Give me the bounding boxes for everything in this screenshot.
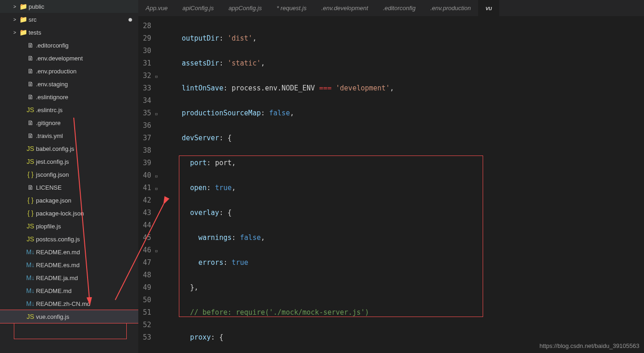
tree-item-label: LICENSE bbox=[35, 184, 62, 191]
tree-item--editorconfig[interactable]: 🗎.editorconfig bbox=[0, 39, 138, 52]
tree-item-README-zh-CN-md[interactable]: M↓README.zh-CN.md bbox=[0, 297, 138, 310]
tree-item-label: README.ja.md bbox=[35, 275, 78, 281]
markdown-icon: M↓ bbox=[26, 274, 35, 281]
file-icon: 🗎 bbox=[26, 42, 35, 49]
tree-item--gitignore[interactable]: 🗎.gitignore bbox=[0, 116, 138, 129]
code-token: port bbox=[190, 159, 207, 167]
tree-item-label: .gitignore bbox=[35, 120, 60, 126]
json-icon: { } bbox=[26, 197, 35, 204]
code-token: === bbox=[319, 84, 331, 92]
tree-item-label: .travis.yml bbox=[35, 132, 63, 139]
editor-pane: App.vueapiConfig.jsappConfig.js* request… bbox=[138, 0, 644, 353]
file-icon: 🗎 bbox=[26, 119, 35, 126]
code-token: proxy bbox=[190, 333, 211, 341]
tree-item-vue-config-js[interactable]: JSvue.config.js bbox=[0, 310, 138, 323]
tree-item-plopfile-js[interactable]: JSplopfile.js bbox=[0, 220, 138, 233]
code-token: true bbox=[215, 184, 231, 192]
code-token: warnings bbox=[198, 233, 231, 242]
code-token: overlay bbox=[190, 209, 219, 217]
markdown-icon: M↓ bbox=[26, 248, 35, 256]
tree-item--travis-yml[interactable]: 🗎.travis.yml bbox=[0, 129, 138, 142]
tree-item-label: plopfile.js bbox=[35, 223, 61, 230]
tree-item-label: tests bbox=[28, 29, 41, 36]
tree-item-label: .editorconfig bbox=[35, 42, 69, 49]
tree-item-label: .eslintrc.js bbox=[35, 107, 63, 114]
folder-icon: 📁 bbox=[18, 16, 28, 23]
code-token: 'dist' bbox=[227, 34, 252, 42]
js-icon: JS bbox=[26, 145, 35, 152]
line-number: 49 bbox=[138, 281, 158, 294]
fold-icon[interactable]: ⊟ bbox=[153, 245, 158, 257]
code-token: outputDir bbox=[182, 34, 219, 42]
code-area[interactable]: 2829303132⊟333435⊟3637383940⊟41⊟42434445… bbox=[138, 16, 644, 353]
tree-item-label: .eslintignore bbox=[35, 94, 68, 101]
js-icon: JS bbox=[26, 106, 35, 114]
code-content[interactable]: outputDir: 'dist', assetsDir: 'static', … bbox=[165, 16, 644, 353]
line-number: 52 bbox=[138, 319, 158, 331]
tree-item-LICENSE[interactable]: 🗎LICENSE bbox=[0, 181, 138, 194]
tree-item-package-lock-json[interactable]: { }package-lock.json bbox=[0, 207, 138, 220]
line-number: 33 bbox=[138, 82, 158, 95]
line-number: 31 bbox=[138, 57, 158, 70]
tab-appConfig-js[interactable]: appConfig.js bbox=[221, 0, 269, 16]
tree-item-src[interactable]: >📁src● bbox=[0, 13, 138, 26]
tab-apiConfig-js[interactable]: apiConfig.js bbox=[175, 0, 221, 16]
tree-item-label: README.md bbox=[35, 287, 71, 294]
file-icon: 🗎 bbox=[26, 54, 35, 62]
tree-item-label: .env.production bbox=[35, 68, 77, 75]
tab--env-production[interactable]: .env.production bbox=[423, 0, 478, 16]
tree-item-jest-config-js[interactable]: JSjest.config.js bbox=[0, 155, 138, 168]
fold-icon[interactable]: ⊟ bbox=[153, 170, 158, 183]
js-icon: JS bbox=[26, 235, 35, 243]
line-number: 32⊟ bbox=[138, 70, 158, 82]
tab---request-js[interactable]: * request.js bbox=[269, 0, 314, 16]
tree-item-README-md[interactable]: M↓README.md bbox=[0, 284, 138, 297]
markdown-icon: M↓ bbox=[26, 261, 35, 269]
tree-item-babel-config-js[interactable]: JSbabel.config.js bbox=[0, 142, 138, 155]
tab-vu[interactable]: vu bbox=[478, 0, 499, 16]
tab-App-vue[interactable]: App.vue bbox=[138, 0, 175, 16]
tree-item-README-en-md[interactable]: M↓README.en.md bbox=[0, 245, 138, 258]
fold-icon[interactable]: ⊟ bbox=[153, 71, 158, 83]
tree-item--eslintignore[interactable]: 🗎.eslintignore bbox=[0, 90, 138, 103]
file-icon: 🗎 bbox=[26, 80, 35, 88]
tree-item-tests[interactable]: >📁tests bbox=[0, 26, 138, 39]
tree-item-public[interactable]: >📁public bbox=[0, 0, 138, 13]
tab--env-development[interactable]: .env.development bbox=[314, 0, 376, 16]
fold-icon[interactable]: ⊟ bbox=[153, 108, 158, 120]
line-number: 42 bbox=[138, 194, 158, 207]
code-token: port bbox=[215, 159, 231, 167]
code-token: 'static' bbox=[227, 59, 260, 67]
tree-item-README-es-md[interactable]: M↓README.es.md bbox=[0, 258, 138, 271]
file-explorer[interactable]: >📁public>📁src●>📁tests🗎.editorconfig🗎.env… bbox=[0, 0, 138, 353]
tree-item-postcss-config-js[interactable]: JSpostcss.config.js bbox=[0, 233, 138, 245]
json-icon: { } bbox=[26, 209, 35, 217]
tree-item-label: .env.development bbox=[35, 55, 83, 62]
code-token: productionSourceMap bbox=[182, 109, 261, 117]
line-number: 36 bbox=[138, 120, 158, 132]
tree-item--env-development[interactable]: 🗎.env.development bbox=[0, 52, 138, 65]
markdown-icon: M↓ bbox=[26, 300, 35, 307]
line-number: 39 bbox=[138, 157, 158, 169]
tree-item--eslintrc-js[interactable]: JS.eslintrc.js bbox=[0, 103, 138, 116]
tab--editorconfig[interactable]: .editorconfig bbox=[376, 0, 423, 16]
tree-item-README-ja-md[interactable]: M↓README.ja.md bbox=[0, 271, 138, 284]
line-number: 48 bbox=[138, 269, 158, 281]
line-number: 45 bbox=[138, 232, 158, 244]
tree-item-jsconfig-json[interactable]: { }jsconfig.json bbox=[0, 168, 138, 181]
line-number: 41⊟ bbox=[138, 182, 158, 194]
line-gutter: 2829303132⊟333435⊟3637383940⊟41⊟42434445… bbox=[138, 16, 165, 353]
tree-item--env-staging[interactable]: 🗎.env.staging bbox=[0, 78, 138, 90]
tree-item-package-json[interactable]: { }package.json bbox=[0, 194, 138, 207]
js-icon: JS bbox=[26, 158, 35, 165]
line-number: 43 bbox=[138, 207, 158, 219]
line-number: 28 bbox=[138, 20, 158, 32]
code-token: 'development' bbox=[336, 84, 390, 92]
markdown-icon: M↓ bbox=[26, 287, 35, 294]
file-icon: 🗎 bbox=[26, 67, 35, 75]
tree-item--env-production[interactable]: 🗎.env.production bbox=[0, 65, 138, 78]
js-icon: JS bbox=[26, 222, 35, 230]
tree-item-label: README.es.md bbox=[35, 262, 80, 269]
fold-icon[interactable]: ⊟ bbox=[153, 183, 158, 195]
code-comment: // before: require('./mock/mock-server.j… bbox=[190, 308, 369, 317]
